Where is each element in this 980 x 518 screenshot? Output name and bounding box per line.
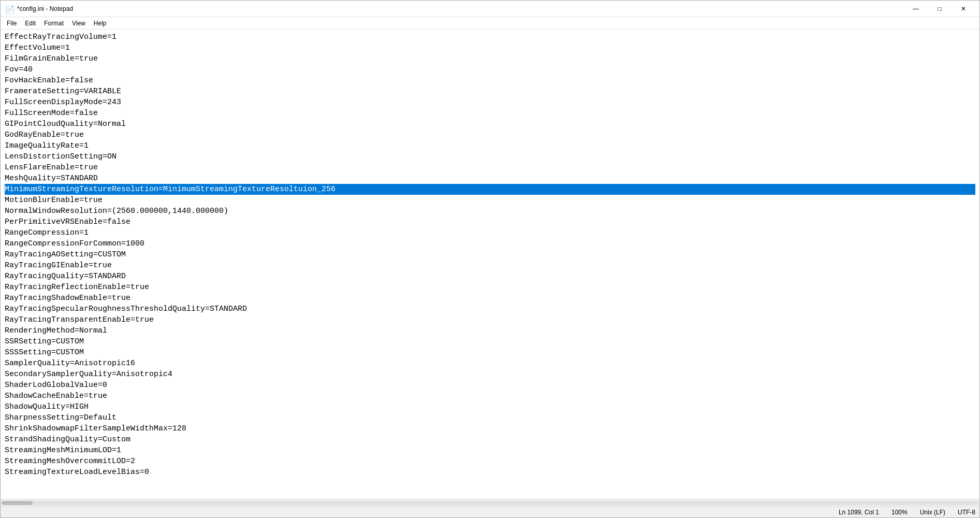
text-line: SharpnessSetting=Default: [5, 412, 975, 423]
horizontal-scrollbar[interactable]: [1, 499, 979, 506]
maximize-button[interactable]: □: [928, 1, 952, 17]
close-button[interactable]: ✕: [952, 1, 975, 17]
text-line: RangeCompressionForCommon=1000: [5, 238, 975, 249]
text-line: MeshQuality=STANDARD: [5, 173, 975, 184]
line-col-indicator: Ln 1099, Col 1: [839, 509, 879, 516]
menu-edit[interactable]: Edit: [21, 17, 40, 29]
text-editor[interactable]: EffectRayTracingVolume=1EffectVolume=1Fi…: [1, 30, 979, 499]
text-line: FullScreenMode=false: [5, 108, 975, 119]
zoom-indicator: 100%: [891, 509, 908, 516]
text-line: RayTracingAOSetting=CUSTOM: [5, 249, 975, 260]
text-line: StrandShadingQuality=Custom: [5, 434, 975, 445]
editor-area: EffectRayTracingVolume=1EffectVolume=1Fi…: [1, 30, 979, 499]
title-bar-left: 📄 *config.ini - Notepad: [5, 5, 73, 13]
menu-format[interactable]: Format: [40, 17, 68, 29]
text-line: RayTracingSpecularRoughnessThresholdQual…: [5, 304, 975, 314]
text-line: RangeCompression=1: [5, 227, 975, 238]
text-line: RayTracingShadowEnable=true: [5, 293, 975, 304]
title-bar-controls: — □ ✕: [904, 1, 975, 17]
text-line: Fov=40: [5, 64, 975, 75]
notepad-window: 📄 *config.ini - Notepad — □ ✕ File Edit …: [0, 0, 980, 518]
text-line: ShaderLodGlobalValue=0: [5, 380, 975, 391]
title-bar: 📄 *config.ini - Notepad — □ ✕: [1, 1, 979, 17]
scrollbar-thumb[interactable]: [2, 501, 33, 505]
text-line: LensFlareEnable=true: [5, 162, 975, 173]
text-line: RayTracingGIEnable=true: [5, 260, 975, 271]
text-line: EffectVolume=1: [5, 42, 975, 53]
text-line: SSRSetting=CUSTOM: [5, 336, 975, 347]
menu-help[interactable]: Help: [90, 17, 111, 29]
text-line: GodRayEnable=true: [5, 130, 975, 140]
app-icon: 📄: [5, 5, 13, 13]
text-line: RayTracingQuality=STANDARD: [5, 271, 975, 282]
text-line: FovHackEnable=false: [5, 75, 975, 86]
menu-view[interactable]: View: [68, 17, 90, 29]
menu-bar: File Edit Format View Help: [1, 17, 979, 30]
text-line: SamplerQuality=Anisotropic16: [5, 358, 975, 369]
text-line: ImageQualityRate=1: [5, 140, 975, 151]
text-line: FramerateSetting=VARIABLE: [5, 86, 975, 97]
text-line: RayTracingTransparentEnable=true: [5, 314, 975, 325]
text-line: MinimumStreamingTextureResolution=Minimu…: [5, 184, 975, 195]
text-line: FilmGrainEnable=true: [5, 53, 975, 64]
text-line: EffectRayTracingVolume=1: [5, 32, 975, 42]
text-line: StreamingMeshMinimumLOD=1: [5, 445, 975, 456]
status-bar: Ln 1099, Col 1 100% Unix (LF) UTF-8: [1, 506, 979, 517]
text-line: SSSSetting=CUSTOM: [5, 347, 975, 358]
text-line: RayTracingReflectionEnable=true: [5, 282, 975, 293]
line-ending-indicator: Unix (LF): [920, 509, 945, 516]
text-line: ShrinkShadowmapFilterSampleWidthMax=128: [5, 423, 975, 434]
text-line: StreamingTextureLoadLevelBias=0: [5, 467, 975, 478]
menu-file[interactable]: File: [3, 17, 21, 29]
text-line: GIPointCloudQuality=Normal: [5, 119, 975, 130]
text-line: FullScreenDisplayMode=243: [5, 97, 975, 108]
minimize-button[interactable]: —: [904, 1, 928, 17]
text-line: ShadowCacheEnable=true: [5, 391, 975, 401]
text-line: StreamingMeshOvercommitLOD=2: [5, 456, 975, 467]
scrollbar-track: [2, 501, 978, 505]
encoding-indicator: UTF-8: [958, 509, 975, 516]
text-line: LensDistortionSetting=ON: [5, 151, 975, 162]
window-title: *config.ini - Notepad: [17, 5, 73, 12]
text-line: SecondarySamplerQuality=Anisotropic4: [5, 369, 975, 380]
text-line: ShadowQuality=HIGH: [5, 401, 975, 412]
text-line: RenderingMethod=Normal: [5, 325, 975, 336]
text-line: PerPrimitiveVRSEnable=false: [5, 217, 975, 227]
text-line: NormalWindowResolution=(2560.000000,1440…: [5, 206, 975, 217]
text-line: MotionBlurEnable=true: [5, 195, 975, 206]
